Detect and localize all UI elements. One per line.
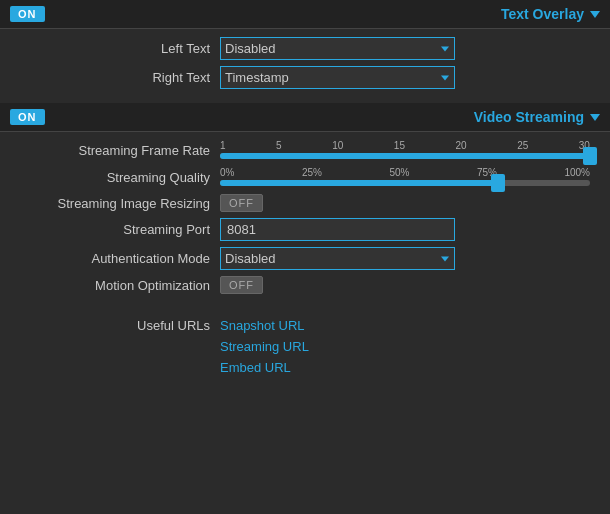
right-text-select-wrapper: Disabled Timestamp Custom <box>220 66 455 89</box>
left-text-control: Disabled Timestamp Custom <box>220 37 590 60</box>
text-overlay-title: Text Overlay <box>501 6 600 22</box>
video-streaming-title: Video Streaming <box>474 109 600 125</box>
video-streaming-header: ON Video Streaming <box>0 103 610 132</box>
left-text-label: Left Text <box>20 41 220 56</box>
right-text-control: Disabled Timestamp Custom <box>220 66 590 89</box>
text-overlay-on-btn[interactable]: ON <box>10 6 45 22</box>
image-resizing-label: Streaming Image Resizing <box>20 196 220 211</box>
right-text-select[interactable]: Disabled Timestamp Custom <box>220 66 455 89</box>
useful-urls-row: Useful URLs Snapshot URL Streaming URL E… <box>20 316 590 378</box>
useful-urls-section: Useful URLs Snapshot URL Streaming URL E… <box>0 308 610 386</box>
right-text-row: Right Text Disabled Timestamp Custom <box>20 66 590 89</box>
embed-url-link[interactable]: Embed URL <box>220 358 309 379</box>
text-overlay-header: ON Text Overlay <box>0 0 610 29</box>
frame-rate-label: Streaming Frame Rate <box>20 143 220 158</box>
motion-opt-toggle[interactable]: OFF <box>220 276 263 294</box>
motion-opt-control: OFF <box>220 276 590 294</box>
auth-mode-control: Disabled Basic Digest <box>220 247 590 270</box>
video-streaming-form: Streaming Frame Rate 1 5 10 15 20 25 30 <box>0 132 610 308</box>
frame-rate-fill <box>220 153 590 159</box>
frame-rate-slider-container: 1 5 10 15 20 25 30 <box>220 140 590 161</box>
text-overlay-chevron-icon[interactable] <box>590 11 600 18</box>
auth-mode-row: Authentication Mode Disabled Basic Diges… <box>20 247 590 270</box>
port-input[interactable] <box>220 218 455 241</box>
text-overlay-section: ON Text Overlay Left Text Disabled Times… <box>0 0 610 103</box>
auth-mode-select[interactable]: Disabled Basic Digest <box>220 247 455 270</box>
auth-mode-label: Authentication Mode <box>20 251 220 266</box>
quality-label: Streaming Quality <box>20 170 220 185</box>
frame-rate-thumb[interactable] <box>583 147 597 165</box>
useful-urls-links: Snapshot URL Streaming URL Embed URL <box>220 316 309 378</box>
video-streaming-section: ON Video Streaming Streaming Frame Rate … <box>0 103 610 386</box>
quality-slider-container: 0% 25% 50% 75% 100% <box>220 167 590 188</box>
port-control <box>220 218 590 241</box>
left-text-row: Left Text Disabled Timestamp Custom <box>20 37 590 60</box>
quality-labels: 0% 25% 50% 75% 100% <box>220 167 590 178</box>
quality-thumb[interactable] <box>491 174 505 192</box>
quality-track[interactable] <box>220 180 590 186</box>
left-text-select-wrapper: Disabled Timestamp Custom <box>220 37 455 60</box>
video-streaming-on-btn[interactable]: ON <box>10 109 45 125</box>
auth-mode-select-wrapper: Disabled Basic Digest <box>220 247 455 270</box>
snapshot-url-link[interactable]: Snapshot URL <box>220 316 309 337</box>
image-resizing-control: OFF <box>220 194 590 212</box>
port-label: Streaming Port <box>20 222 220 237</box>
video-streaming-chevron-icon[interactable] <box>590 114 600 121</box>
quality-fill <box>220 180 498 186</box>
useful-urls-label: Useful URLs <box>20 316 220 333</box>
port-row: Streaming Port <box>20 218 590 241</box>
motion-opt-label: Motion Optimization <box>20 278 220 293</box>
image-resizing-row: Streaming Image Resizing OFF <box>20 194 590 212</box>
text-overlay-form: Left Text Disabled Timestamp Custom Righ… <box>0 29 610 103</box>
left-text-select[interactable]: Disabled Timestamp Custom <box>220 37 455 60</box>
frame-rate-row: Streaming Frame Rate 1 5 10 15 20 25 30 <box>20 140 590 161</box>
frame-rate-labels: 1 5 10 15 20 25 30 <box>220 140 590 151</box>
right-text-label: Right Text <box>20 70 220 85</box>
frame-rate-track[interactable] <box>220 153 590 159</box>
image-resizing-toggle[interactable]: OFF <box>220 194 263 212</box>
motion-opt-row: Motion Optimization OFF <box>20 276 590 294</box>
streaming-url-link[interactable]: Streaming URL <box>220 337 309 358</box>
quality-row: Streaming Quality 0% 25% 50% 75% 100% <box>20 167 590 188</box>
